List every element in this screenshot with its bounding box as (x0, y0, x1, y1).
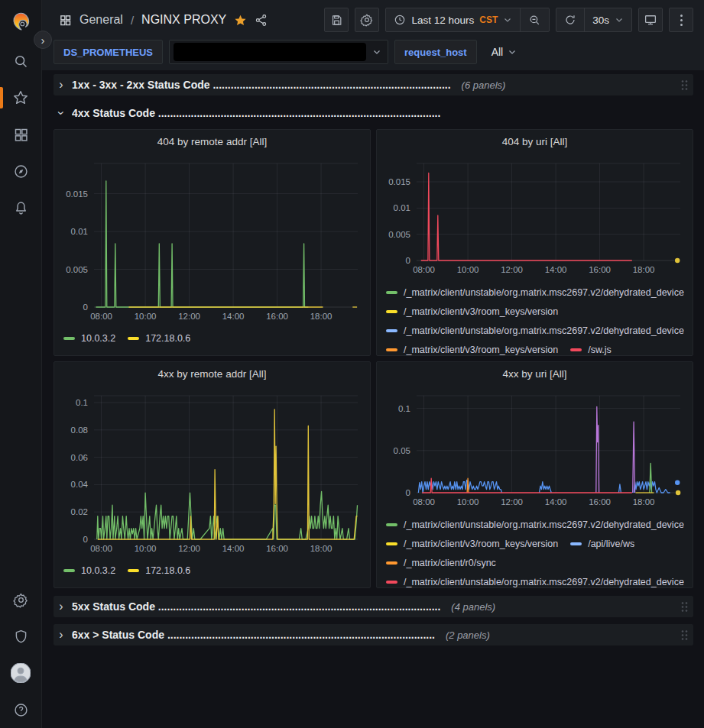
dashboard-title[interactable]: NGINX PROXY (141, 13, 226, 27)
sidebar-item-dashboards[interactable] (0, 116, 42, 153)
refresh-interval-picker[interactable]: 30s (584, 8, 631, 31)
breadcrumb-section[interactable]: General (79, 13, 123, 27)
star-filled-icon[interactable] (234, 14, 247, 27)
svg-text:0.015: 0.015 (66, 189, 88, 199)
more-options-button[interactable] (669, 8, 693, 32)
svg-text:12:00: 12:00 (501, 265, 523, 274)
panel-404-by-remote-addr: 404 by remote addr [All] 00.0050.010.015… (54, 129, 371, 356)
time-range-picker[interactable]: Last 12 hours CST (386, 8, 520, 31)
row-1xx-3xx-2xx[interactable]: › 1xx - 3xx - 2xx Status Code ..........… (54, 74, 693, 95)
legend-item[interactable]: /_matrix/client/unstable/org.matrix.msc2… (386, 321, 684, 340)
panel-4xx-by-remote-addr: 4xx by remote addr [All] 00.020.040.060.… (54, 361, 371, 588)
svg-text:18:00: 18:00 (310, 312, 333, 321)
panel-title[interactable]: 4xx by uri [All] (377, 362, 693, 385)
panel-title[interactable]: 4xx by remote addr [All] (54, 362, 370, 385)
breadcrumb-separator: / (131, 14, 134, 27)
kebab-icon (680, 15, 683, 26)
legend-item[interactable]: /_matrix/client/v3/room_keys/version (386, 302, 558, 321)
svg-text:10:00: 10:00 (135, 544, 157, 553)
panel-title[interactable]: 404 by remote addr [All] (54, 130, 370, 153)
sidebar-item-alerting[interactable] (0, 189, 42, 226)
grafana-logo-icon (11, 11, 31, 32)
sidebar-item-search[interactable] (0, 43, 42, 79)
legend-swatch (386, 523, 397, 526)
legend-item[interactable]: 10.0.3.2 (63, 561, 115, 580)
compass-icon (13, 163, 29, 180)
drag-handle-icon[interactable] (680, 601, 689, 613)
series-point (676, 490, 680, 495)
sidebar-item-configuration[interactable] (0, 581, 42, 618)
legend-item[interactable]: /api/live/ws (570, 534, 634, 553)
request-host-variable[interactable]: request_host (394, 40, 477, 64)
chevron-down-icon: › (55, 108, 67, 118)
legend-swatch (128, 569, 139, 572)
svg-text:0.06: 0.06 (71, 453, 88, 462)
breadcrumb: General / NGINX PROXY (59, 13, 268, 27)
timeseries-chart[interactable]: 00.050.108:0010:0012:0014:0016:0018:00 (382, 385, 687, 512)
legend-swatch (63, 569, 75, 572)
series-line (421, 173, 632, 260)
legend-label: 172.18.0.6 (145, 333, 190, 344)
legend-label: /_matrix/client/unstable/org.matrix.msc2… (404, 325, 684, 336)
series-point (675, 258, 680, 263)
ds-prometheus-variable[interactable]: DS_PROMETHEUS (54, 40, 163, 64)
sidebar-item-explore[interactable] (0, 153, 42, 189)
gear-icon (360, 13, 374, 27)
series-line (96, 181, 308, 307)
variables-row: DS_PROMETHEUS request_host All (42, 40, 704, 70)
share-icon[interactable] (255, 14, 268, 27)
sidebar-item-help[interactable] (0, 691, 42, 728)
timeseries-chart[interactable]: 00.0050.010.01508:0010:0012:0014:0016:00… (382, 153, 687, 280)
dashboard-scroll-area: › 1xx - 3xx - 2xx Status Code ..........… (42, 70, 704, 645)
legend-swatch (386, 291, 397, 294)
zoom-out-button[interactable] (520, 8, 549, 31)
legend-item[interactable]: /_matrix/client/v3/room_keys/version (386, 340, 558, 355)
legend-label: /_matrix/client/v3/room_keys/version (404, 345, 558, 355)
main-area: General / NGINX PROXY (42, 0, 704, 728)
legend-item[interactable]: 172.18.0.6 (128, 561, 190, 580)
refresh-icon (564, 14, 576, 26)
legend-item[interactable]: /sw.js (570, 340, 612, 355)
legend-label: /sw.js (588, 345, 612, 355)
legend-item[interactable]: /_matrix/client/unstable/org.matrix.msc2… (386, 515, 684, 534)
row-title: 1xx - 3xx - 2xx Status Code ............… (72, 79, 451, 91)
sidebar-item-starred[interactable] (0, 79, 42, 116)
sidebar-expand-button[interactable]: › (34, 31, 52, 49)
row-6xx[interactable]: › 6xx > Status Code ....................… (54, 624, 693, 645)
svg-text:0.05: 0.05 (394, 446, 410, 455)
legend-label: 10.0.3.2 (81, 565, 115, 576)
dashboard-settings-button[interactable] (355, 8, 379, 32)
row-4xx[interactable]: › 4xx Status Code ......................… (54, 102, 693, 124)
chevron-down-icon (372, 47, 381, 57)
sidebar-item-profile[interactable] (0, 655, 42, 691)
timeseries-chart[interactable]: 00.0050.010.01508:0010:0012:0014:0016:00… (60, 153, 365, 325)
cycle-view-button[interactable] (638, 8, 663, 32)
svg-text:08:00: 08:00 (413, 497, 435, 506)
svg-text:14:00: 14:00 (545, 265, 567, 274)
legend-item[interactable]: 10.0.3.2 (63, 328, 115, 348)
refresh-button[interactable] (556, 8, 584, 31)
svg-text:10:00: 10:00 (457, 265, 479, 274)
save-button[interactable] (324, 8, 349, 32)
panel-4xx-by-uri: 4xx by uri [All] 00.050.108:0010:0012:00… (376, 361, 693, 588)
clock-icon (394, 14, 406, 26)
ds-prometheus-dropdown[interactable] (169, 40, 388, 64)
svg-text:16:00: 16:00 (589, 265, 611, 274)
legend-item[interactable]: /_matrix/client/unstable/org.matrix.msc2… (386, 572, 684, 587)
svg-text:0.08: 0.08 (71, 425, 88, 435)
request-host-dropdown[interactable]: All (483, 40, 526, 64)
panel-title[interactable]: 404 by uri [All] (377, 130, 693, 153)
drag-handle-icon[interactable] (680, 629, 689, 641)
timeseries-chart[interactable]: 00.020.040.060.080.108:0010:0012:0014:00… (60, 385, 365, 558)
legend-item[interactable]: /_matrix/client/v3/room_keys/version (386, 534, 558, 553)
row-panel-count: (4 panels) (451, 601, 495, 613)
legend-item[interactable]: /_matrix/client/r0/sync (386, 553, 496, 572)
row-5xx[interactable]: › 5xx Status Code ......................… (54, 596, 693, 617)
legend-label: /_matrix/client/unstable/org.matrix.msc2… (404, 577, 684, 587)
drag-handle-icon[interactable] (680, 79, 689, 91)
legend-item[interactable]: 172.18.0.6 (128, 328, 190, 348)
sidebar (0, 0, 42, 728)
legend-item[interactable]: /_matrix/client/unstable/org.matrix.msc2… (386, 283, 684, 302)
svg-text:0.01: 0.01 (71, 227, 88, 236)
sidebar-item-server-admin[interactable] (0, 618, 42, 655)
